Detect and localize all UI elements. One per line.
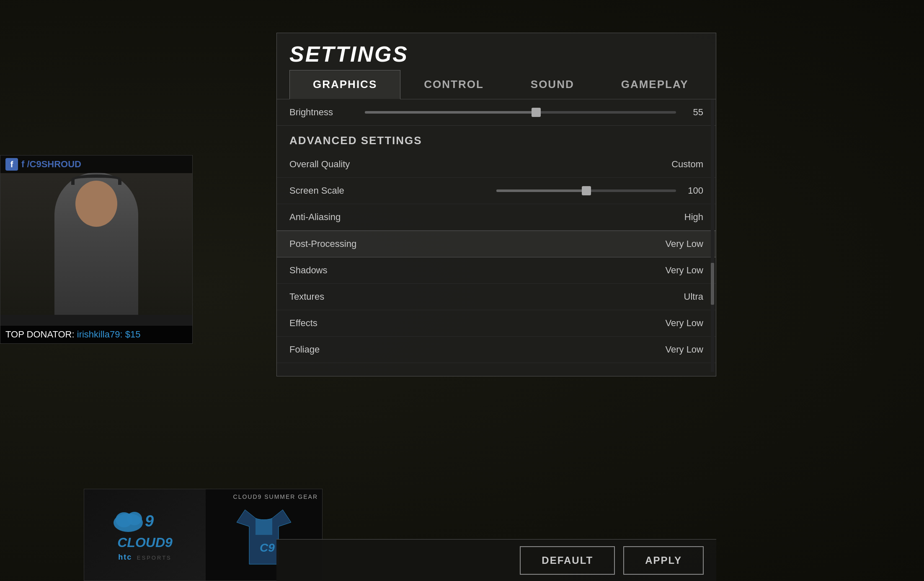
shadows-value: Very Low xyxy=(653,265,703,276)
esports-text: ESPORTS xyxy=(137,555,172,561)
tab-gameplay[interactable]: GAMEPLAY xyxy=(598,70,712,99)
screen-scale-label: Screen Scale xyxy=(289,185,496,196)
person-head xyxy=(75,181,117,227)
donor-label: TOP DONATOR: xyxy=(5,329,75,340)
overall-quality-value: Custom xyxy=(653,159,703,170)
settings-title: SETTINGS xyxy=(289,42,703,67)
overall-quality-row[interactable]: Overall Quality Custom xyxy=(277,151,716,178)
screen-scale-thumb[interactable] xyxy=(582,186,591,195)
brightness-slider-fill xyxy=(365,111,536,114)
screen-scale-slider-container[interactable]: 100 xyxy=(496,185,703,196)
anti-aliasing-row[interactable]: Anti-Aliasing High xyxy=(277,204,716,231)
headphones xyxy=(71,174,121,185)
brightness-row: Brightness 55 xyxy=(277,99,716,126)
shadows-label: Shadows xyxy=(289,265,653,276)
scroll-indicator[interactable] xyxy=(711,99,714,372)
effects-row[interactable]: Effects Very Low xyxy=(277,310,716,337)
svg-point-2 xyxy=(127,512,142,525)
tab-sound[interactable]: SOUND xyxy=(507,70,598,99)
c9-logo-svg: 9 xyxy=(111,508,178,533)
view-distance-value: Low xyxy=(653,371,703,372)
webcam-panel: f f /C9SHROUD 112 TOP DONATOR: irishkill… xyxy=(0,155,193,344)
brightness-slider-track[interactable] xyxy=(365,111,676,114)
effects-value: Very Low xyxy=(653,318,703,329)
bottom-bar: DEFAULT APPLY xyxy=(276,539,716,581)
shadows-row[interactable]: Shadows Very Low xyxy=(277,257,716,284)
facebook-bar: f f /C9SHROUD xyxy=(0,156,192,173)
htc-brand: htc ESPORTS xyxy=(118,553,172,562)
foliage-value: Very Low xyxy=(653,344,703,355)
screen-scale-fill xyxy=(496,189,586,192)
settings-content[interactable]: Brightness 55 ADVANCED SETTINGS Overall … xyxy=(277,99,716,372)
summer-gear-text: CLOUD9 SUMMER GEAR xyxy=(233,493,318,500)
brightness-slider-thumb[interactable] xyxy=(532,108,541,117)
post-processing-label: Post-Processing xyxy=(289,239,653,249)
settings-panel: SETTINGS GRAPHICS CONTROL SOUND GAMEPLAY… xyxy=(276,33,716,376)
c9-logo-section: 9 CLOUD9 htc ESPORTS xyxy=(84,489,206,581)
overall-quality-label: Overall Quality xyxy=(289,159,653,170)
facebook-icon: f xyxy=(5,158,18,171)
default-button[interactable]: DEFAULT xyxy=(520,546,615,575)
textures-label: Textures xyxy=(289,291,653,302)
webcam-video: f f /C9SHROUD 112 xyxy=(0,156,192,315)
foliage-row[interactable]: Foliage Very Low xyxy=(277,337,716,363)
tab-graphics[interactable]: GRAPHICS xyxy=(289,70,400,99)
htc-text: htc xyxy=(118,553,132,561)
effects-label: Effects xyxy=(289,318,653,329)
screen-scale-track[interactable] xyxy=(496,189,676,192)
tabs-row: GRAPHICS CONTROL SOUND GAMEPLAY xyxy=(289,70,703,99)
svg-text:C9: C9 xyxy=(260,541,275,554)
settings-header: SETTINGS GRAPHICS CONTROL SOUND GAMEPLAY xyxy=(277,33,716,99)
anti-aliasing-value: High xyxy=(653,212,703,223)
tab-control[interactable]: CONTROL xyxy=(400,70,507,99)
anti-aliasing-label: Anti-Aliasing xyxy=(289,212,653,223)
svg-text:9: 9 xyxy=(145,512,154,530)
textures-row[interactable]: Textures Ultra xyxy=(277,284,716,310)
view-distance-row[interactable]: View Distance Low xyxy=(277,363,716,372)
person-silhouette xyxy=(54,172,138,315)
brightness-slider-container[interactable]: 55 xyxy=(365,107,703,118)
post-processing-value: Very Low xyxy=(653,239,703,249)
donor-name: irishkilla79: $15 xyxy=(77,329,141,340)
brightness-label: Brightness xyxy=(289,107,365,118)
advanced-settings-heading: ADVANCED SETTINGS xyxy=(277,126,716,151)
post-processing-row[interactable]: Post-Processing Very Low xyxy=(277,231,716,257)
apply-button[interactable]: APPLY xyxy=(623,546,704,575)
view-distance-label: View Distance xyxy=(289,371,653,372)
streamer-name: f /C9SHROUD xyxy=(21,159,81,170)
screen-scale-value: 100 xyxy=(682,185,703,196)
brightness-value: 55 xyxy=(682,107,703,118)
textures-value: Ultra xyxy=(653,291,703,302)
screen-scale-row[interactable]: Screen Scale 100 xyxy=(277,178,716,204)
foliage-label: Foliage xyxy=(289,344,653,355)
donor-bar: TOP DONATOR: irishkilla79: $15 xyxy=(0,326,192,343)
c9-brand-text: CLOUD9 xyxy=(117,535,173,550)
scroll-thumb[interactable] xyxy=(711,263,714,305)
